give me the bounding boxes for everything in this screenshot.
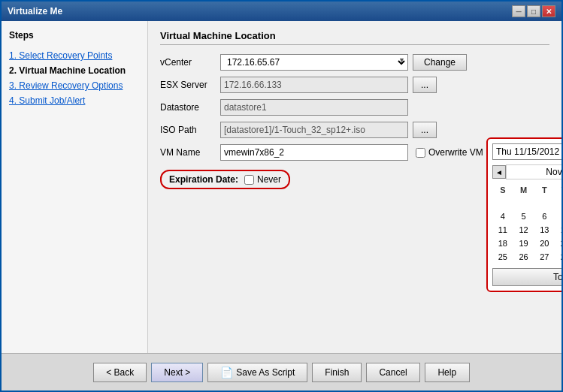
save-as-script-label: Save As Script bbox=[236, 367, 295, 378]
calendar-date-display: Thu 11/15/2012 bbox=[496, 146, 559, 157]
calendar-day bbox=[513, 196, 534, 210]
sidebar-item-step2[interactable]: 2. Virtual Machine Location bbox=[9, 63, 140, 78]
calendar-day[interactable]: 21 bbox=[555, 237, 561, 250]
calendar-day[interactable]: 4 bbox=[492, 210, 513, 223]
window-title: Virtualize Me bbox=[8, 6, 62, 17]
calendar-day[interactable]: 19 bbox=[513, 237, 534, 250]
datastore-input[interactable] bbox=[220, 99, 408, 116]
content-area: Steps 1. Select Recovery Points 2. Virtu… bbox=[2, 21, 561, 353]
vmname-input[interactable] bbox=[220, 144, 408, 161]
expiration-row: Expiration Date: Never bbox=[160, 170, 290, 189]
iso-input[interactable] bbox=[220, 122, 408, 138]
cancel-button[interactable]: Cancel bbox=[366, 363, 419, 382]
calendar-day bbox=[534, 196, 555, 210]
overwrite-checkbox[interactable] bbox=[416, 148, 425, 158]
footer: < Back Next > 📄 Save As Script Finish Ca… bbox=[2, 353, 561, 390]
calendar-day[interactable]: 6 bbox=[534, 210, 555, 223]
calendar-day[interactable]: 7 bbox=[555, 210, 561, 223]
calendar: Thu 11/15/2012 ▼ ◄ Nov 2012 ► S M T W bbox=[486, 137, 561, 292]
calendar-day[interactable]: 27 bbox=[534, 250, 555, 264]
vmname-label: VM Name bbox=[160, 147, 220, 158]
calendar-day[interactable]: 18 bbox=[492, 237, 513, 250]
iso-label: ISO Path bbox=[160, 125, 220, 135]
calendar-day bbox=[492, 196, 513, 210]
esx-input[interactable] bbox=[220, 77, 408, 93]
sidebar-item-step3[interactable]: 3. Review Recovery Options bbox=[9, 78, 140, 93]
maximize-button[interactable]: □ bbox=[527, 5, 540, 17]
esx-label: ESX Server bbox=[160, 80, 220, 90]
main-content: Virtual Machine Location vCenter 172.16.… bbox=[148, 21, 561, 353]
script-icon: 📄 bbox=[220, 366, 233, 378]
sidebar: Steps 1. Select Recovery Points 2. Virtu… bbox=[2, 21, 148, 353]
finish-button[interactable]: Finish bbox=[312, 363, 362, 382]
never-label: Never bbox=[257, 174, 281, 185]
close-button[interactable]: ✕ bbox=[542, 5, 555, 17]
title-bar: Virtualize Me ─ □ ✕ bbox=[2, 2, 561, 21]
never-wrapper: Never bbox=[244, 174, 281, 185]
iso-browse-button[interactable]: ... bbox=[413, 122, 437, 138]
calendar-days: 1234567891011121314151617181920212223242… bbox=[492, 196, 561, 264]
calendar-month-title: Nov 2012 bbox=[506, 164, 561, 179]
calendar-day[interactable]: 13 bbox=[534, 223, 555, 237]
vcenter-select-wrapper: 172.16.65.67 bbox=[220, 54, 408, 71]
calendar-day[interactable]: 14 bbox=[555, 223, 561, 237]
help-button[interactable]: Help bbox=[425, 363, 470, 382]
overwrite-label: Overwrite VM bbox=[428, 147, 483, 158]
vcenter-row: vCenter 172.16.65.67 Change bbox=[160, 54, 549, 71]
calendar-day[interactable]: 5 bbox=[513, 210, 534, 223]
day-name-mon: M bbox=[513, 185, 534, 194]
calendar-day[interactable]: 26 bbox=[513, 250, 534, 264]
esx-row: ESX Server ... bbox=[160, 77, 549, 93]
window-controls: ─ □ ✕ bbox=[512, 5, 555, 17]
calendar-day[interactable]: 28 bbox=[555, 250, 561, 264]
calendar-date-header: Thu 11/15/2012 ▼ bbox=[492, 143, 561, 160]
today-button[interactable]: Today bbox=[492, 268, 561, 286]
vcenter-label: vCenter bbox=[160, 57, 220, 68]
datastore-label: Datastore bbox=[160, 102, 220, 113]
save-as-script-button[interactable]: 📄 Save As Script bbox=[207, 363, 307, 382]
calendar-day[interactable]: 20 bbox=[534, 237, 555, 250]
calendar-prev-button[interactable]: ◄ bbox=[492, 165, 506, 179]
calendar-day-names: S M T W T F S bbox=[492, 185, 561, 194]
main-window: Virtualize Me ─ □ ✕ Steps 1. Select Reco… bbox=[0, 0, 563, 392]
day-name-tue: T bbox=[534, 185, 555, 194]
calendar-day[interactable]: 12 bbox=[513, 223, 534, 237]
back-button[interactable]: < Back bbox=[93, 363, 147, 382]
next-button[interactable]: Next > bbox=[151, 363, 203, 382]
overwrite-wrapper: Overwrite VM bbox=[416, 147, 483, 158]
change-button[interactable]: Change bbox=[413, 54, 467, 71]
expiration-label: Expiration Date: bbox=[169, 174, 238, 185]
iso-row: ISO Path ... bbox=[160, 122, 549, 138]
sidebar-item-step1[interactable]: 1. Select Recovery Points bbox=[9, 48, 140, 63]
calendar-month-header: ◄ Nov 2012 ► bbox=[492, 163, 561, 181]
vcenter-select[interactable]: 172.16.65.67 bbox=[220, 54, 408, 71]
esx-browse-button[interactable]: ... bbox=[413, 77, 437, 93]
calendar-day[interactable]: 11 bbox=[492, 223, 513, 237]
datastore-row: Datastore bbox=[160, 99, 549, 116]
sidebar-item-step4[interactable]: 4. Submit Job/Alert bbox=[9, 93, 140, 108]
calendar-day bbox=[555, 196, 561, 210]
steps-heading: Steps bbox=[9, 30, 140, 41]
never-checkbox[interactable] bbox=[244, 175, 254, 185]
day-name-wed: W bbox=[555, 185, 561, 194]
minimize-button[interactable]: ─ bbox=[512, 5, 525, 17]
calendar-day[interactable]: 25 bbox=[492, 250, 513, 264]
day-name-sun: S bbox=[492, 185, 513, 194]
section-title: Virtual Machine Location bbox=[160, 30, 549, 45]
